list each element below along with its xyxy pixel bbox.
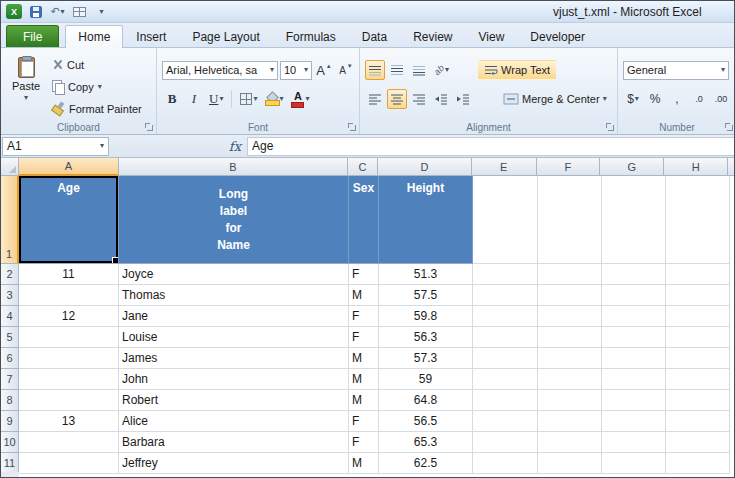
increase-indent-button[interactable] — [453, 89, 473, 109]
font-size-select[interactable]: 10 ▾ — [280, 61, 312, 80]
cell-G4[interactable] — [602, 306, 666, 327]
column-header-A[interactable]: A — [19, 158, 119, 176]
decrease-decimal-button[interactable]: .00 — [711, 89, 731, 109]
cell-C1[interactable]: Sex — [349, 176, 379, 264]
cell-F1[interactable] — [538, 176, 602, 264]
excel-app-icon[interactable]: X — [6, 4, 22, 19]
cell-B3[interactable]: Thomas — [119, 285, 349, 306]
column-header-H[interactable]: H — [664, 158, 728, 176]
undo-button[interactable]: ↶▾ — [49, 3, 66, 20]
cell-E9[interactable] — [473, 411, 538, 432]
column-header-F[interactable]: F — [537, 158, 601, 176]
paste-button[interactable]: Paste ▾ — [7, 54, 45, 118]
tab-file[interactable]: File — [6, 25, 59, 47]
cell-B4[interactable]: Jane — [119, 306, 349, 327]
wrap-text-button[interactable]: Wrap Text — [478, 60, 556, 80]
cell-G5[interactable] — [602, 327, 666, 348]
row-header-10[interactable]: 10 — [1, 432, 19, 453]
cell-D5[interactable]: 56.3 — [379, 327, 473, 348]
cell-B7[interactable]: John — [119, 369, 349, 390]
fill-color-button[interactable]: ▾ — [262, 89, 286, 109]
row-header-4[interactable]: 4 — [1, 306, 19, 327]
cell-E4[interactable] — [473, 306, 538, 327]
row-header-3[interactable]: 3 — [1, 285, 19, 306]
top-align-button[interactable] — [365, 60, 385, 80]
qat-table-button[interactable] — [71, 3, 88, 20]
cell-A6[interactable] — [19, 348, 119, 369]
cell-H5[interactable] — [666, 327, 730, 348]
cell-H11[interactable] — [666, 453, 730, 474]
row-header-6[interactable]: 6 — [1, 348, 19, 369]
cell-F4[interactable] — [538, 306, 602, 327]
cell-G6[interactable] — [602, 348, 666, 369]
tab-page-layout[interactable]: Page Layout — [179, 25, 272, 47]
cell-D4[interactable]: 59.8 — [379, 306, 473, 327]
cell-C9[interactable]: F — [349, 411, 379, 432]
tab-insert[interactable]: Insert — [123, 25, 179, 47]
cell-E8[interactable] — [473, 390, 538, 411]
cell-F10[interactable] — [538, 432, 602, 453]
cell-G10[interactable] — [602, 432, 666, 453]
select-all-corner[interactable] — [1, 158, 19, 176]
cell-C2[interactable]: F — [349, 264, 379, 285]
tab-home[interactable]: Home — [65, 25, 123, 48]
cell-F6[interactable] — [538, 348, 602, 369]
cell-B5[interactable]: Louise — [119, 327, 349, 348]
cell-F9[interactable] — [538, 411, 602, 432]
row-header-8[interactable]: 8 — [1, 390, 19, 411]
cell-D2[interactable]: 51.3 — [379, 264, 473, 285]
row-header-9[interactable]: 9 — [1, 411, 19, 432]
cell-G2[interactable] — [602, 264, 666, 285]
insert-function-icon[interactable]: fx — [229, 139, 241, 154]
percent-style-button[interactable]: % — [645, 89, 665, 109]
cell-D6[interactable]: 57.3 — [379, 348, 473, 369]
cell-C5[interactable]: F — [349, 327, 379, 348]
cell-B8[interactable]: Robert — [119, 390, 349, 411]
column-header-D[interactable]: D — [378, 158, 472, 176]
decrease-indent-button[interactable] — [431, 89, 451, 109]
column-header-G[interactable]: G — [600, 158, 664, 176]
cell-D10[interactable]: 65.3 — [379, 432, 473, 453]
cell-A1[interactable]: Age — [19, 176, 119, 264]
comma-style-button[interactable]: , — [667, 89, 687, 109]
cell-A4[interactable]: 12 — [19, 306, 119, 327]
cell-E11[interactable] — [473, 453, 538, 474]
cell-H6[interactable] — [666, 348, 730, 369]
cell-C7[interactable]: M — [349, 369, 379, 390]
number-format-select[interactable]: General ▾ — [623, 61, 729, 80]
tab-formulas[interactable]: Formulas — [273, 25, 349, 47]
cut-button[interactable]: Cut — [49, 55, 145, 74]
cell-D7[interactable]: 59 — [379, 369, 473, 390]
cell-G3[interactable] — [602, 285, 666, 306]
cell-G8[interactable] — [602, 390, 666, 411]
underline-button[interactable]: U▾ — [206, 89, 226, 109]
alignment-dialog-launcher[interactable] — [605, 122, 615, 132]
cell-E3[interactable] — [473, 285, 538, 306]
font-color-button[interactable]: A▾ — [288, 89, 312, 109]
font-dialog-launcher[interactable] — [347, 122, 357, 132]
cell-B11[interactable]: Jeffrey — [119, 453, 349, 474]
cell-D1[interactable]: Height — [379, 176, 473, 264]
bold-button[interactable]: B — [162, 89, 182, 109]
orientation-button[interactable]: ab▾ — [431, 60, 452, 80]
cell-B2[interactable]: Joyce — [119, 264, 349, 285]
cell-C8[interactable]: M — [349, 390, 379, 411]
cell-E1[interactable] — [473, 176, 538, 264]
copy-button[interactable]: Copy ▾ — [49, 77, 145, 96]
cell-H9[interactable] — [666, 411, 730, 432]
cell-D9[interactable]: 56.5 — [379, 411, 473, 432]
borders-button[interactable]: ▾ — [237, 89, 260, 109]
cell-A11[interactable] — [19, 453, 119, 474]
cell-G9[interactable] — [602, 411, 666, 432]
middle-align-button[interactable] — [387, 60, 407, 80]
cell-H1[interactable] — [666, 176, 730, 264]
cell-G1[interactable] — [602, 176, 666, 264]
cell-E10[interactable] — [473, 432, 538, 453]
cell-B6[interactable]: James — [119, 348, 349, 369]
cell-F7[interactable] — [538, 369, 602, 390]
cell-D11[interactable]: 62.5 — [379, 453, 473, 474]
tab-view[interactable]: View — [466, 25, 518, 47]
row-header-5[interactable]: 5 — [1, 327, 19, 348]
cell-A8[interactable] — [19, 390, 119, 411]
cell-C6[interactable]: M — [349, 348, 379, 369]
